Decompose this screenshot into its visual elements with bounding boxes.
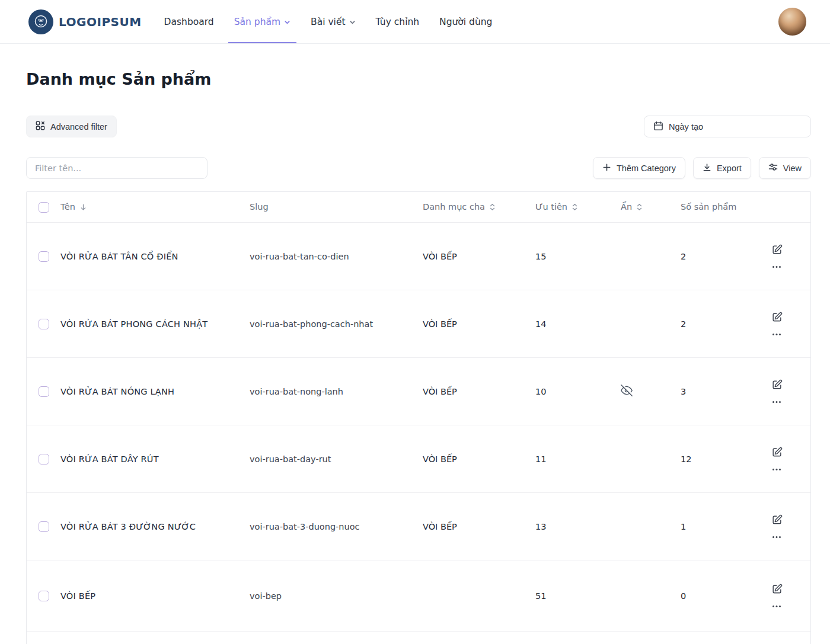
hidden-eye-off-icon xyxy=(621,385,633,398)
category-slug: voi-rua-bat-nong-lanh xyxy=(250,387,423,396)
top-navigation: LOGOIPSUM Dashboard Sản phẩm Bài viết Tù… xyxy=(0,0,830,44)
row-checkbox[interactable] xyxy=(39,251,49,262)
edit-icon[interactable] xyxy=(771,312,783,323)
page-title: Danh mục Sản phẩm xyxy=(26,70,811,88)
category-slug: voi-rua-bat-3-duong-nuoc xyxy=(250,522,423,531)
column-header-uu-tien[interactable]: Ưu tiên xyxy=(535,201,621,212)
edit-icon[interactable] xyxy=(771,447,783,458)
export-button[interactable]: Export xyxy=(693,157,751,179)
more-actions-icon[interactable] xyxy=(772,468,781,471)
table-row: VÒI RỬA BÁT 3 ĐƯỜNG NƯỚC voi-rua-bat-3-d… xyxy=(27,493,810,560)
category-slug: voi-rua-bat-tan-co-dien xyxy=(250,252,423,261)
column-label: Tên xyxy=(60,201,75,212)
categories-table: Tên Slug Danh mục cha Ưu tiên xyxy=(26,191,811,644)
table-row: VÒI RỬA BÁT TÂN CỔ ĐIỂN voi-rua-bat-tan-… xyxy=(27,223,810,290)
row-actions xyxy=(763,447,790,471)
nav-label: Sản phẩm xyxy=(234,17,280,27)
nav-item-tuy-chinh[interactable]: Tùy chỉnh xyxy=(376,0,420,43)
category-slug: voi-bep xyxy=(250,591,423,601)
download-icon xyxy=(703,163,711,174)
row-checkbox[interactable] xyxy=(39,521,49,532)
chevron-down-icon xyxy=(284,19,290,25)
column-label: Số sản phẩm xyxy=(681,201,736,212)
view-button[interactable]: View xyxy=(759,157,811,179)
row-actions xyxy=(763,312,790,336)
column-header-slug: Slug xyxy=(250,201,423,212)
nav-item-bai-viet[interactable]: Bài viết xyxy=(311,0,355,43)
sort-desc-arrow-icon[interactable] xyxy=(79,203,87,211)
nav-item-dashboard[interactable]: Dashboard xyxy=(164,0,214,43)
sort-updown-icon[interactable] xyxy=(636,203,643,211)
parent-category: VÒI BẾP xyxy=(423,454,535,464)
column-header-an[interactable]: Ẩn xyxy=(621,201,681,212)
column-header-ten[interactable]: Tên xyxy=(54,201,250,212)
table-row: VÒI RỬA BÁT NÓNG LẠNH voi-rua-bat-nong-l… xyxy=(27,358,810,425)
category-name: VÒI BẾP xyxy=(54,591,250,601)
column-label: Ưu tiên xyxy=(535,201,567,212)
logo[interactable]: LOGOIPSUM xyxy=(28,9,142,34)
select-all-checkbox[interactable] xyxy=(39,202,49,213)
toolbar-top: Advanced filter Ngày tạo xyxy=(26,116,811,137)
edit-icon[interactable] xyxy=(771,244,783,255)
category-name: VÒI RỬA BÁT DÂY RÚT xyxy=(54,454,250,464)
row-checkbox[interactable] xyxy=(39,591,49,601)
product-count: 1 xyxy=(681,522,763,531)
row-actions xyxy=(763,514,790,539)
nav-label: Người dùng xyxy=(439,17,492,27)
date-created-button[interactable]: Ngày tạo xyxy=(644,116,811,137)
priority-value: 15 xyxy=(535,252,621,261)
table-header-row: Tên Slug Danh mục cha Ưu tiên xyxy=(27,192,810,223)
sort-updown-icon[interactable] xyxy=(489,203,496,211)
table-row: VÒI BẾP voi-bep 51 0 xyxy=(27,560,810,632)
category-slug: voi-rua-bat-phong-cach-nhat xyxy=(250,319,423,329)
table-row: VÒI RỬA BÁT DÂY RÚT voi-rua-bat-day-rut … xyxy=(27,425,810,493)
edit-icon[interactable] xyxy=(771,514,783,526)
main-content: Danh mục Sản phẩm Advanced filter N xyxy=(0,70,830,644)
more-actions-icon[interactable] xyxy=(772,265,781,268)
row-actions xyxy=(763,379,790,403)
add-category-button[interactable]: Thêm Category xyxy=(593,157,685,179)
nav-item-nguoi-dung[interactable]: Người dùng xyxy=(439,0,492,43)
filter-name-input[interactable] xyxy=(26,157,208,179)
chevron-down-icon xyxy=(349,19,356,25)
table-row: VÒI RỬA BÁT PHONG CÁCH NHẬT voi-rua-bat-… xyxy=(27,290,810,358)
column-label: Ẩn xyxy=(621,201,632,212)
more-actions-icon[interactable] xyxy=(772,333,781,336)
nav-label: Dashboard xyxy=(164,17,214,27)
row-checkbox[interactable] xyxy=(39,319,49,329)
plus-icon xyxy=(602,163,611,174)
product-count: 2 xyxy=(681,252,763,261)
more-actions-icon[interactable] xyxy=(772,401,781,403)
parent-category: VÒI BẾP xyxy=(423,319,535,329)
product-count: 0 xyxy=(681,591,763,601)
column-header-so-san-pham: Số sản phẩm xyxy=(681,201,763,212)
more-actions-icon[interactable] xyxy=(772,605,781,608)
user-avatar[interactable] xyxy=(778,8,806,36)
toolbar-actions: Thêm Category Export View xyxy=(593,157,811,179)
lion-logo-icon xyxy=(28,9,53,34)
advanced-filter-label: Advanced filter xyxy=(50,122,107,132)
row-checkbox-cell xyxy=(27,454,54,464)
column-label: Danh mục cha xyxy=(423,201,485,212)
category-name: VÒI RỬA BÁT TÂN CỔ ĐIỂN xyxy=(54,252,250,261)
export-label: Export xyxy=(717,164,742,173)
logo-wordmark: LOGOIPSUM xyxy=(59,15,142,29)
advanced-filter-button[interactable]: Advanced filter xyxy=(26,116,117,137)
add-category-label: Thêm Category xyxy=(617,164,676,173)
header-checkbox-cell xyxy=(27,202,54,213)
edit-icon[interactable] xyxy=(771,379,783,390)
edit-icon[interactable] xyxy=(771,584,783,595)
row-checkbox[interactable] xyxy=(39,454,49,464)
column-header-danh-muc-cha[interactable]: Danh mục cha xyxy=(423,201,535,212)
more-actions-icon[interactable] xyxy=(772,536,781,539)
nav-item-san-pham[interactable]: Sản phẩm xyxy=(234,0,290,43)
row-actions xyxy=(763,584,790,608)
product-count: 2 xyxy=(681,319,763,329)
sort-updown-icon[interactable] xyxy=(572,203,578,211)
table-body: VÒI RỬA BÁT TÂN CỔ ĐIỂN voi-rua-bat-tan-… xyxy=(27,223,810,632)
category-name: VÒI RỬA BÁT 3 ĐƯỜNG NƯỚC xyxy=(54,522,250,531)
category-name: VÒI RỬA BÁT PHONG CÁCH NHẬT xyxy=(54,319,250,329)
nav-label: Bài viết xyxy=(311,17,345,27)
row-checkbox[interactable] xyxy=(39,386,49,397)
row-checkbox-cell xyxy=(27,319,54,329)
